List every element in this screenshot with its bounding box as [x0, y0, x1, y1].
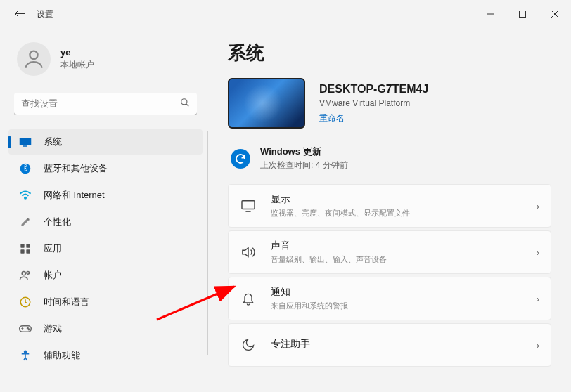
chevron-right-icon: › [537, 201, 539, 211]
nav-label: 系统 [44, 136, 62, 148]
accounts-icon [18, 268, 32, 282]
chevron-right-icon: › [537, 294, 539, 304]
accessibility-icon [18, 348, 32, 362]
update-icon [231, 149, 250, 169]
nav-label: 应用 [44, 242, 62, 255]
svg-rect-13 [20, 249, 24, 253]
titlebar: 🡐 设置 [0, 0, 571, 28]
svg-rect-8 [23, 145, 27, 147]
svg-point-10 [25, 197, 26, 199]
nav-gaming[interactable]: 游戏 [8, 316, 203, 341]
nav-time-language[interactable]: 时间和语言 [8, 289, 203, 315]
nav-label: 时间和语言 [44, 296, 89, 308]
svg-rect-7 [20, 138, 32, 145]
svg-line-6 [186, 104, 189, 107]
nav-system[interactable]: 系统 [8, 129, 203, 155]
nav-label: 游戏 [44, 322, 62, 335]
windows-update-row[interactable]: Windows 更新 上次检查时间: 4 分钟前 [228, 140, 551, 184]
nav-label: 蓝牙和其他设备 [44, 162, 108, 175]
brush-icon [18, 215, 32, 229]
profile-block[interactable]: ye 本地帐户 [6, 28, 205, 93]
nav-network[interactable]: 网络和 Internet [8, 183, 203, 208]
nav-apps[interactable]: 应用 [8, 236, 203, 261]
card-display[interactable]: 显示 监视器、亮度、夜间模式、显示配置文件 › [228, 184, 551, 228]
device-platform: VMware Virtual Platform [319, 98, 428, 108]
back-arrow-icon[interactable]: 🡐 [14, 8, 25, 20]
svg-rect-1 [520, 11, 526, 18]
nav-accessibility[interactable]: 辅助功能 [8, 343, 203, 368]
chevron-right-icon: › [537, 340, 539, 351]
maximize-button[interactable] [506, 0, 539, 28]
search-input[interactable] [21, 98, 180, 109]
clock-icon [18, 295, 32, 309]
avatar-icon [17, 42, 51, 76]
svg-rect-22 [242, 201, 255, 209]
main-content: 系统 DESKTOP-G7TEM4J VMware Virtual Platfo… [211, 28, 571, 392]
card-sub: 音量级别、输出、输入、声音设备 [271, 254, 537, 265]
device-name: DESKTOP-G7TEM4J [319, 83, 428, 96]
svg-point-5 [181, 99, 187, 105]
profile-subtitle: 本地帐户 [60, 59, 94, 71]
system-icon [18, 135, 32, 149]
svg-point-9 [20, 164, 31, 174]
card-notifications[interactable]: 通知 来自应用和系统的警报 › [228, 277, 551, 320]
svg-rect-12 [26, 244, 30, 247]
card-title: 通知 [271, 286, 537, 299]
nav-label: 个性化 [44, 216, 71, 228]
bluetooth-icon [18, 162, 32, 176]
update-title: Windows 更新 [260, 145, 348, 158]
sidebar: ye 本地帐户 系统 蓝牙和其他设备 网络和 Internet [0, 28, 211, 392]
window-controls [474, 0, 571, 28]
moon-icon [240, 338, 257, 352]
search-input-container[interactable] [14, 93, 197, 115]
svg-point-21 [25, 351, 27, 353]
nav-personalization[interactable]: 个性化 [8, 209, 203, 235]
profile-name: ye [60, 47, 94, 58]
card-sub: 监视器、亮度、夜间模式、显示配置文件 [271, 208, 537, 218]
nav-label: 网络和 Internet [44, 189, 105, 202]
device-block: DESKTOP-G7TEM4J VMware Virtual Platform … [228, 78, 551, 129]
svg-point-4 [30, 51, 37, 59]
card-title: 声音 [271, 240, 537, 252]
wifi-icon [18, 188, 32, 202]
apps-icon [18, 242, 32, 256]
svg-rect-11 [20, 244, 24, 247]
svg-rect-14 [26, 249, 30, 253]
svg-point-20 [28, 329, 30, 330]
rename-link[interactable]: 重命名 [319, 112, 428, 124]
search-icon [180, 98, 190, 110]
svg-point-16 [27, 271, 30, 274]
card-title: 显示 [271, 193, 537, 206]
svg-point-15 [22, 271, 25, 275]
nav-label: 帐户 [44, 269, 62, 282]
nav: 系统 蓝牙和其他设备 网络和 Internet 个性化 应用 帐户 [6, 128, 205, 370]
nav-label: 辅助功能 [44, 349, 80, 362]
nav-accounts[interactable]: 帐户 [8, 263, 203, 288]
update-subtitle: 上次检查时间: 4 分钟前 [260, 159, 348, 171]
card-focus-assist[interactable]: 专注助手 › [228, 323, 551, 367]
nav-bluetooth[interactable]: 蓝牙和其他设备 [8, 156, 203, 181]
display-icon [240, 200, 257, 212]
page-title: 系统 [228, 41, 551, 65]
minimize-button[interactable] [474, 0, 506, 28]
device-thumbnail[interactable] [228, 78, 305, 129]
gamepad-icon [18, 322, 32, 336]
chevron-right-icon: › [537, 247, 539, 258]
nav-separator [207, 131, 208, 355]
window-title: 设置 [37, 8, 53, 20]
bell-icon [240, 292, 257, 306]
sound-icon [240, 246, 257, 259]
card-sound[interactable]: 声音 音量级别、输出、输入、声音设备 › [228, 230, 551, 274]
card-sub: 来自应用和系统的警报 [271, 301, 537, 311]
card-title: 专注助手 [271, 338, 537, 351]
close-button[interactable] [539, 0, 571, 28]
